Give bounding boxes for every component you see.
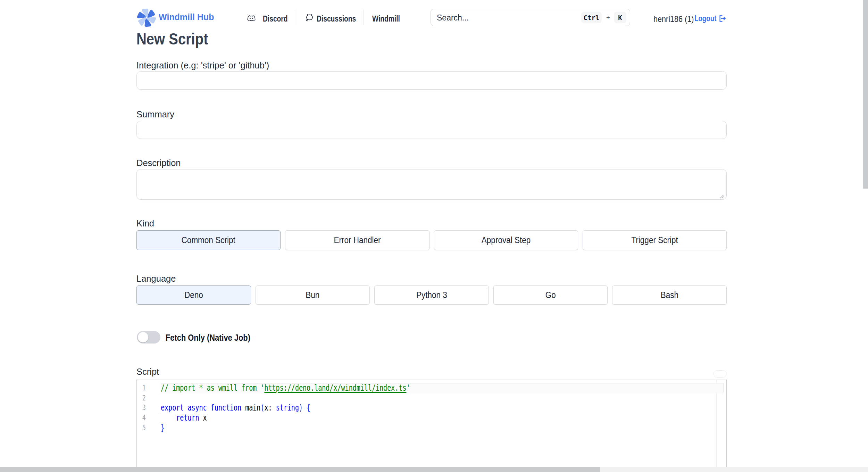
line-number: 2	[139, 393, 146, 403]
toggle-knob	[138, 332, 148, 342]
search-input[interactable]: Search... Ctrl + K	[431, 9, 630, 26]
nav-separator	[295, 10, 295, 25]
kind-option-error-handler[interactable]: Error Handler	[285, 230, 429, 250]
kind-label: Kind	[136, 218, 154, 229]
language-option-bun[interactable]: Bun	[256, 285, 370, 305]
description-textarea[interactable]	[136, 169, 727, 200]
line-number: 3	[139, 403, 146, 413]
language-option-deno[interactable]: Deno	[136, 285, 251, 305]
nav-discord[interactable]: Discord	[263, 14, 294, 24]
nav-separator	[363, 10, 364, 25]
kind-option-approval-step[interactable]: Approval Step	[434, 230, 578, 250]
code-line: return x	[161, 413, 207, 423]
integration-input[interactable]	[136, 71, 727, 90]
summary-label: Summary	[136, 109, 174, 119]
brand-title[interactable]: Windmill Hub	[159, 12, 214, 22]
editor-toggle-pill[interactable]	[713, 370, 727, 378]
horizontal-scrollbar-thumb[interactable]	[0, 467, 600, 472]
kind-option-common-script[interactable]: Common Script	[136, 230, 281, 250]
language-options: DenoBunPython 3GoBash	[136, 285, 727, 305]
indent-guide	[161, 413, 161, 423]
fetch-only-toggle[interactable]	[137, 331, 160, 343]
username-label: henri186 (1)	[653, 14, 694, 24]
integration-label: Integration (e.g: 'stripe' or 'github')	[136, 60, 269, 71]
language-label: Language	[136, 274, 176, 284]
kind-options: Common ScriptError HandlerApproval StepT…	[136, 230, 727, 250]
language-option-python-3[interactable]: Python 3	[374, 285, 489, 305]
line-number: 1	[139, 383, 146, 393]
nav-windmill[interactable]: Windmill	[372, 14, 407, 24]
kbd-ctrl: Ctrl	[581, 12, 602, 23]
kind-option-trigger-script[interactable]: Trigger Script	[583, 230, 727, 250]
logout-icon[interactable]	[717, 14, 726, 23]
code-line: // import * as wmill from 'https://deno.…	[161, 383, 410, 393]
language-option-go[interactable]: Go	[493, 285, 608, 305]
code-line: export async function main(x: string) {	[161, 403, 310, 413]
search-placeholder: Search...	[437, 13, 469, 23]
line-number: 5	[139, 423, 146, 433]
language-option-bash[interactable]: Bash	[612, 285, 727, 305]
fetch-only-label: Fetch Only (Native Job)	[166, 332, 250, 343]
kbd-plus: +	[606, 14, 610, 22]
script-label: Script	[136, 367, 159, 377]
line-number: 4	[139, 413, 146, 423]
windmill-hub-logo-icon[interactable]	[137, 8, 156, 27]
editor-content-edge	[716, 380, 717, 472]
kbd-k: K	[614, 12, 626, 23]
code-editor[interactable]: 12345// import * as wmill from 'https://…	[136, 380, 727, 472]
description-label: Description	[136, 158, 181, 168]
discord-icon	[247, 14, 256, 22]
nav-discussions[interactable]: Discussions	[317, 14, 366, 24]
code-line: }	[161, 423, 165, 433]
new-script-page: Windmill Hub Discord Discussions Windmil…	[0, 0, 868, 472]
discussions-icon	[304, 13, 315, 23]
vertical-scrollbar-thumb[interactable]	[863, 0, 868, 189]
summary-input[interactable]	[136, 121, 727, 139]
page-title: New Script	[136, 29, 208, 48]
